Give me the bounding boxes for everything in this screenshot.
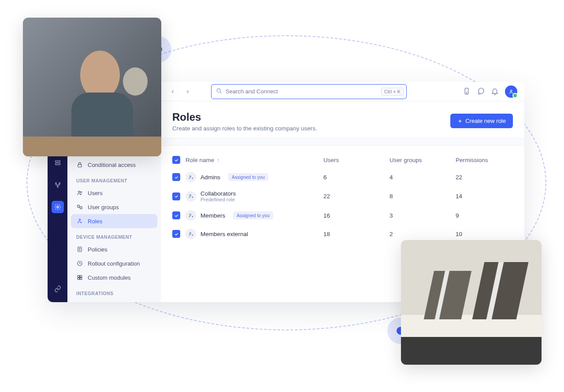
svg-point-27 <box>80 51 120 99</box>
col-role-name[interactable]: Role name↑ <box>186 157 323 163</box>
role-name: Members external <box>200 231 248 237</box>
col-users[interactable]: Users <box>323 157 390 163</box>
svg-rect-14 <box>78 275 79 277</box>
table-header-row: Role name↑ Users User groups Permissions <box>172 152 513 168</box>
cell-groups: 2 <box>390 231 456 237</box>
svg-rect-15 <box>80 275 82 277</box>
svg-rect-30 <box>23 137 161 156</box>
row-checkbox[interactable] <box>172 173 180 181</box>
row-checkbox[interactable] <box>172 230 180 238</box>
assigned-tag: Assigned to you <box>233 211 273 219</box>
decorative-photo-person <box>23 18 161 156</box>
svg-point-4 <box>57 186 58 188</box>
sidebar-item-custom-modules[interactable]: Custom modules <box>71 270 157 285</box>
svg-rect-9 <box>78 205 80 207</box>
cell-perms: 10 <box>456 231 513 237</box>
svg-rect-1 <box>55 163 60 165</box>
svg-rect-17 <box>80 278 82 280</box>
rail-icon-layers[interactable] <box>52 157 64 169</box>
roles-icon <box>76 218 83 225</box>
bell-icon[interactable] <box>491 87 500 96</box>
row-checkbox[interactable] <box>172 211 180 219</box>
cell-groups: 4 <box>390 174 456 181</box>
cell-users: 16 <box>323 212 390 219</box>
table-row[interactable]: Admins Assigned to you 6 4 22 <box>172 168 513 186</box>
role-name: Admins <box>200 174 220 181</box>
avatar[interactable] <box>505 85 517 98</box>
rollout-icon <box>76 260 83 267</box>
search-shortcut: Ctrl + K <box>381 88 404 96</box>
sidebar-item-roles[interactable]: Roles <box>71 214 157 228</box>
select-all-checkbox[interactable] <box>172 156 180 164</box>
search-icon <box>216 88 222 96</box>
modules-icon <box>76 274 83 281</box>
cell-perms: 22 <box>456 174 513 181</box>
cell-groups: 8 <box>390 193 456 200</box>
role-name: Members <box>200 212 225 219</box>
sidebar-section-device-mgmt: DEVICE MANAGEMENT <box>71 228 157 242</box>
svg-rect-33 <box>401 337 542 365</box>
sidebar-item-users[interactable]: Users <box>71 186 157 200</box>
page-header: Roles Create and assign roles to the exi… <box>161 101 524 138</box>
sidebar-item-policies[interactable]: Policies <box>71 242 157 256</box>
rail-icon-link[interactable] <box>52 283 64 295</box>
svg-point-18 <box>217 89 220 92</box>
svg-rect-6 <box>78 164 82 167</box>
table-row[interactable]: Collaborators Predefined role 22 8 14 <box>172 186 513 206</box>
assigned-tag: Assigned to you <box>228 173 268 181</box>
svg-rect-10 <box>80 207 82 209</box>
chat-icon[interactable] <box>477 87 486 96</box>
plus-icon <box>457 118 463 124</box>
cell-groups: 3 <box>390 212 456 219</box>
sidebar-item-conditional-access[interactable]: Conditional access <box>71 158 157 172</box>
svg-point-22 <box>189 175 191 177</box>
rail-icon-settings[interactable] <box>52 201 64 213</box>
cell-users: 6 <box>323 174 390 181</box>
svg-point-2 <box>55 183 56 184</box>
policies-icon <box>76 246 83 253</box>
cell-users: 18 <box>323 231 390 237</box>
row-checkbox[interactable] <box>172 192 180 200</box>
svg-point-24 <box>189 214 191 215</box>
col-user-groups[interactable]: User groups <box>390 157 456 163</box>
create-role-button[interactable]: Create new role <box>450 114 513 128</box>
sidebar-item-label: Conditional access <box>88 162 136 168</box>
role-badge-icon <box>186 172 196 182</box>
sidebar-item-label: Users <box>88 190 103 196</box>
section-divider <box>161 138 524 146</box>
topbar: Search and Connect Ctrl + K <box>161 82 524 101</box>
nav-forward-button[interactable] <box>183 87 193 96</box>
cell-perms: 14 <box>456 193 513 200</box>
sidebar-item-label: Rollout configuration <box>88 260 140 267</box>
svg-point-8 <box>80 192 82 193</box>
svg-point-5 <box>57 206 59 208</box>
sidebar-section-integrations: INTEGRATIONS <box>71 285 157 299</box>
sidebar-item-endpoint-protection[interactable]: Endpoint Protection <box>71 299 157 302</box>
nav-back-button[interactable] <box>168 87 178 96</box>
svg-point-25 <box>189 232 191 233</box>
sort-asc-icon: ↑ <box>217 157 219 163</box>
roles-table: Role name↑ Users User groups Permissions… <box>161 146 524 249</box>
cell-users: 22 <box>323 193 390 200</box>
user-groups-icon <box>76 203 83 211</box>
sidebar-item-label: Custom modules <box>88 274 131 281</box>
role-badge-icon <box>186 210 196 221</box>
cell-perms: 9 <box>456 212 513 219</box>
sidebar-item-user-groups[interactable]: User groups <box>71 200 157 214</box>
svg-point-23 <box>189 195 191 196</box>
svg-point-21 <box>510 90 512 92</box>
col-permissions[interactable]: Permissions <box>456 157 513 163</box>
svg-point-3 <box>59 183 60 184</box>
rail-icon-branch[interactable] <box>52 179 64 191</box>
sidebar-item-label: Policies <box>88 246 108 253</box>
svg-rect-32 <box>401 315 542 337</box>
search-input[interactable]: Search and Connect Ctrl + K <box>211 84 407 99</box>
sidebar-item-rollout[interactable]: Rollout configuration <box>71 256 157 270</box>
device-icon[interactable] <box>463 87 471 96</box>
table-row[interactable]: Members Assigned to you 16 3 9 <box>172 206 513 225</box>
sidebar-section-user-mgmt: USER MANAGEMENT <box>71 172 157 186</box>
svg-rect-16 <box>78 278 79 280</box>
role-subtext: Predefined role <box>200 197 236 202</box>
page-title: Roles <box>172 111 317 123</box>
role-name: Collaborators <box>200 190 236 197</box>
